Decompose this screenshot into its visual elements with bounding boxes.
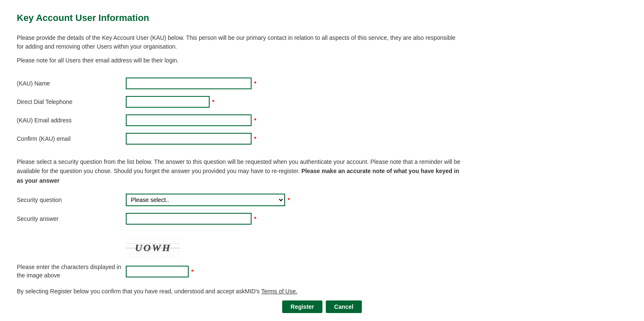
kau-name-input[interactable] bbox=[126, 78, 252, 89]
kau-email-input-wrap: * bbox=[126, 114, 256, 126]
intro-paragraph-2: Please note for all Users their email ad… bbox=[17, 56, 457, 65]
terms-link[interactable]: Terms of Use. bbox=[261, 288, 297, 295]
page-title: Key Account User Information bbox=[17, 13, 627, 23]
captcha-label: Please enter the characters displayed in… bbox=[17, 263, 126, 280]
security-answer-input-wrap: * bbox=[126, 213, 256, 225]
kau-email-row: (KAU) Email address * bbox=[17, 114, 627, 126]
kau-name-row: (KAU) Name * bbox=[17, 78, 627, 89]
captcha-input[interactable] bbox=[126, 266, 189, 277]
confirm-email-row: Confirm (KAU) email * bbox=[17, 133, 627, 145]
captcha-required: * bbox=[191, 268, 193, 275]
direct-dial-input-wrap: * bbox=[126, 96, 214, 108]
kau-email-label: (KAU) Email address bbox=[17, 117, 126, 124]
security-question-required: * bbox=[288, 197, 290, 203]
security-answer-label: Security answer bbox=[17, 215, 126, 222]
security-section: Security question Please select.. What i… bbox=[17, 194, 627, 225]
confirm-email-input[interactable] bbox=[126, 133, 252, 145]
intro-paragraph-1: Please provide the details of the Key Ac… bbox=[17, 34, 457, 51]
confirm-email-input-wrap: * bbox=[126, 133, 256, 145]
captcha-row: Please enter the characters displayed in… bbox=[17, 263, 627, 280]
security-question-row: Security question Please select.. What i… bbox=[17, 194, 627, 206]
kau-name-input-wrap: * bbox=[126, 78, 256, 89]
kau-email-input[interactable] bbox=[126, 114, 252, 126]
direct-dial-required: * bbox=[212, 98, 214, 105]
confirm-email-required: * bbox=[254, 135, 256, 142]
security-answer-input[interactable] bbox=[126, 213, 252, 225]
direct-dial-row: Direct Dial Telephone * bbox=[17, 96, 627, 108]
security-question-input-wrap: Please select.. What is your mother's ma… bbox=[126, 194, 290, 206]
user-info-section: (KAU) Name * Direct Dial Telephone * (KA… bbox=[17, 78, 627, 145]
security-question-label: Security question bbox=[17, 197, 126, 203]
direct-dial-label: Direct Dial Telephone bbox=[17, 98, 126, 105]
captcha-image: UOWH bbox=[126, 237, 180, 258]
confirm-email-label: Confirm (KAU) email bbox=[17, 135, 126, 142]
kau-email-required: * bbox=[254, 117, 256, 124]
terms-text: By selecting Register below you confirm … bbox=[17, 288, 627, 295]
button-row: Register Cancel bbox=[17, 300, 627, 313]
security-description: Please select a security question from t… bbox=[17, 157, 461, 185]
security-question-select[interactable]: Please select.. What is your mother's ma… bbox=[126, 194, 285, 206]
cancel-button[interactable]: Cancel bbox=[326, 300, 362, 313]
direct-dial-input[interactable] bbox=[126, 96, 210, 108]
terms-pre-text: By selecting Register below you confirm … bbox=[17, 288, 260, 295]
security-answer-required: * bbox=[254, 215, 256, 222]
captcha-text: UOWH bbox=[135, 242, 171, 254]
kau-name-label: (KAU) Name bbox=[17, 80, 126, 87]
register-button[interactable]: Register bbox=[282, 300, 322, 313]
security-answer-row: Security answer * bbox=[17, 213, 627, 225]
kau-name-required: * bbox=[254, 80, 256, 87]
captcha-input-wrap: * bbox=[126, 266, 193, 277]
